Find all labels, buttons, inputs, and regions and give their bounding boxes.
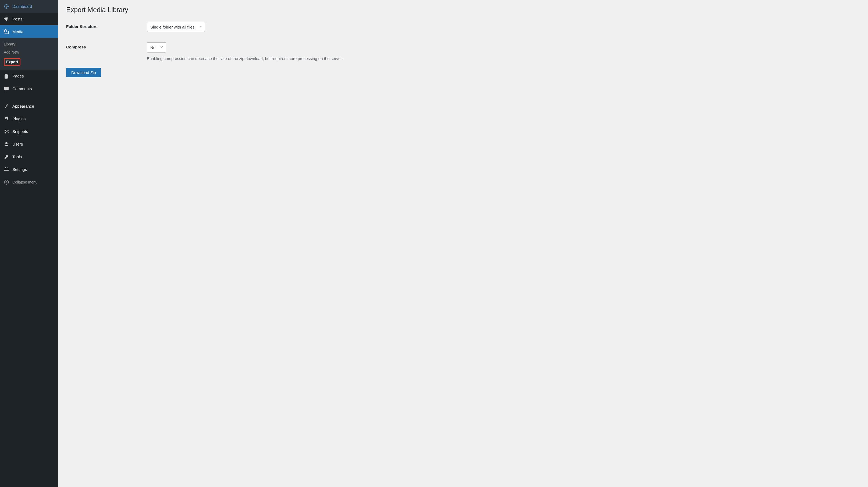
compress-field: No Enabling compression can decrease the… <box>147 42 860 62</box>
comments-icon <box>3 86 10 92</box>
sidebar-item-appearance[interactable]: Appearance <box>0 100 58 112</box>
collapse-menu[interactable]: Collapse menu <box>0 176 58 188</box>
sidebar-item-label: Plugins <box>12 116 26 121</box>
plugins-icon <box>3 116 10 122</box>
sidebar-item-pages[interactable]: Pages <box>0 70 58 82</box>
media-submenu: Library Add New Export <box>0 38 58 70</box>
sidebar-item-snippets[interactable]: Snippets <box>0 125 58 138</box>
sidebar-item-label: Media <box>12 29 23 34</box>
sidebar-item-label: Settings <box>12 167 27 172</box>
form-row-folder-structure: Folder Structure Single folder with all … <box>66 22 860 32</box>
sidebar-item-media[interactable]: Media <box>0 25 58 38</box>
svg-point-0 <box>4 180 9 184</box>
sidebar-item-comments[interactable]: Comments <box>0 82 58 95</box>
sidebar-item-users[interactable]: Users <box>0 138 58 150</box>
collapse-icon <box>3 179 10 185</box>
submenu-item-export[interactable]: Export <box>0 56 58 67</box>
sidebar-item-posts[interactable]: Posts <box>0 12 58 25</box>
download-zip-button[interactable]: Download Zip <box>66 68 101 77</box>
pages-icon <box>3 73 10 79</box>
tools-icon <box>3 154 10 160</box>
form-row-compress: Compress No Enabling compression can dec… <box>66 42 860 62</box>
dashboard-icon <box>3 3 10 10</box>
folder-structure-label: Folder Structure <box>66 22 147 32</box>
sidebar-item-tools[interactable]: Tools <box>0 150 58 163</box>
sidebar-item-label: Tools <box>12 154 22 159</box>
media-icon <box>3 29 10 35</box>
compress-label: Compress <box>66 42 147 62</box>
sidebar-item-label: Pages <box>12 74 24 78</box>
sidebar-item-label: Dashboard <box>12 4 32 9</box>
submenu-item-library[interactable]: Library <box>0 40 58 48</box>
sidebar-item-label: Appearance <box>12 104 34 109</box>
page-title: Export Media Library <box>66 4 860 14</box>
folder-structure-select[interactable]: Single folder with all files <box>147 22 205 32</box>
menu-separator <box>0 95 58 100</box>
settings-icon <box>3 166 10 173</box>
export-form: Folder Structure Single folder with all … <box>66 22 860 77</box>
snippets-icon <box>3 128 10 135</box>
pin-icon <box>3 16 10 22</box>
sidebar-item-settings[interactable]: Settings <box>0 163 58 176</box>
sidebar-item-label: Snippets <box>12 129 28 134</box>
sidebar-item-label: Comments <box>12 86 32 91</box>
sidebar-item-dashboard[interactable]: Dashboard <box>0 0 58 12</box>
admin-sidebar: Dashboard Posts Media Library Add New Ex… <box>0 0 58 487</box>
compress-description: Enabling compression can decrease the si… <box>147 56 860 62</box>
folder-structure-field: Single folder with all files <box>147 22 860 32</box>
appearance-icon <box>3 103 10 110</box>
compress-select[interactable]: No <box>147 42 166 53</box>
submenu-label-highlighted: Export <box>4 58 21 66</box>
sidebar-item-label: Posts <box>12 17 23 21</box>
users-icon <box>3 141 10 147</box>
main-content: Export Media Library Folder Structure Si… <box>58 0 868 487</box>
sidebar-item-plugins[interactable]: Plugins <box>0 112 58 125</box>
collapse-label: Collapse menu <box>12 180 37 184</box>
submenu-item-add-new[interactable]: Add New <box>0 48 58 56</box>
sidebar-item-label: Users <box>12 142 23 146</box>
